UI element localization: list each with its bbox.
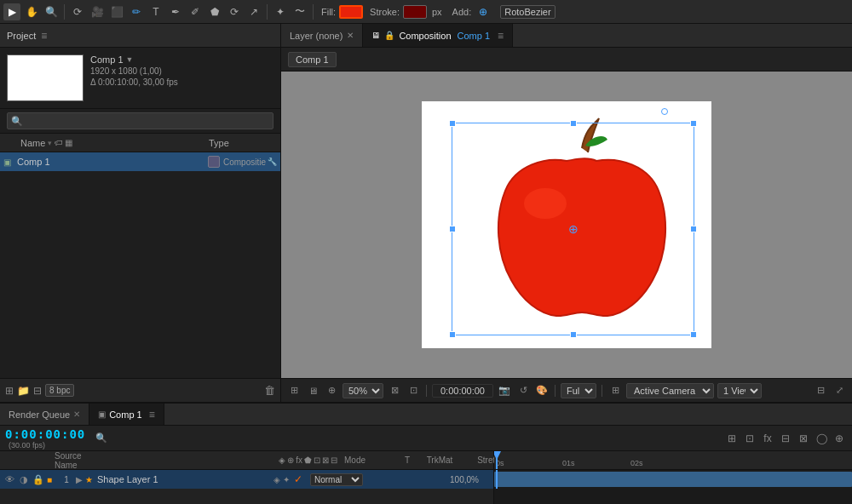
layer-name-input[interactable]	[97, 474, 271, 484]
viewer-btn-1[interactable]: ⊞	[286, 383, 302, 398]
hand-tool[interactable]: ✋	[23, 3, 40, 20]
timeline-menu-icon[interactable]: ≡	[149, 409, 155, 421]
label-icon[interactable]: 🏷	[55, 138, 63, 147]
tl-icon-7[interactable]: ⊕	[832, 431, 847, 446]
comp-tab-icon: 🖥	[371, 31, 380, 40]
composition-icon[interactable]: ⊟	[33, 385, 42, 397]
pin-tool[interactable]: ↗	[245, 3, 262, 20]
layer-expand-btn[interactable]: ▶	[76, 475, 83, 484]
layer-audio-btn[interactable]: ◑	[18, 474, 30, 485]
comp-name-row: Comp 1 ▼	[90, 54, 178, 65]
brush-tool[interactable]: ✒	[167, 3, 184, 20]
layer-tab-close[interactable]: ✕	[347, 31, 354, 40]
search-input[interactable]	[7, 112, 273, 129]
composition-tab[interactable]: 🖥 🔒 Composition Comp 1 ≡	[363, 24, 513, 47]
paint-icon[interactable]: ⊠	[322, 455, 329, 465]
viewer-icon-3[interactable]: 🎨	[534, 383, 550, 398]
timeline-tabs: Render Queue ✕ ▣ Comp 1 ≡	[0, 404, 852, 426]
comp-dropdown-arrow[interactable]: ▼	[126, 55, 134, 64]
effects-icon[interactable]: ⊡	[314, 455, 320, 465]
list-item[interactable]: ▣ Comp 1 Compositie 🔧	[0, 152, 280, 171]
puppet-tool[interactable]: ⟳	[226, 3, 243, 20]
active-camera-select[interactable]: Active Camera	[626, 383, 714, 398]
tl-icon-6[interactable]: ◯	[814, 431, 829, 446]
quality-select[interactable]: Full	[561, 383, 596, 398]
view-resize-icon[interactable]: ⊡	[406, 383, 421, 398]
rect-tool[interactable]: ⬛	[108, 3, 125, 20]
viewer-btn-3[interactable]: ⊕	[324, 383, 339, 398]
tl-icon-2[interactable]: ⊡	[742, 431, 757, 446]
zoom-select[interactable]: 50%	[343, 383, 383, 398]
viewer-end-icon[interactable]: ⊟	[813, 383, 828, 398]
fill-swatch[interactable]	[339, 5, 363, 19]
delete-icon[interactable]: 🗑	[264, 384, 275, 397]
bpc-badge[interactable]: 8 bpc	[45, 384, 74, 397]
viewer-btn-2[interactable]: 🖥	[305, 383, 320, 398]
star-icon[interactable]: ✦	[272, 3, 289, 20]
layer-mode-select[interactable]: Normal	[310, 473, 363, 486]
handle-mr[interactable]	[690, 226, 697, 232]
viewer-icon-2[interactable]: ↺	[515, 383, 531, 398]
tl-icon-3[interactable]: fx	[760, 431, 775, 446]
folder-icon[interactable]: 📁	[17, 385, 30, 397]
type-icon[interactable]: ▦	[65, 138, 72, 147]
layer-switch-1[interactable]: ◈	[273, 475, 280, 484]
handle-br[interactable]	[690, 331, 697, 338]
camera-tool[interactable]: 🎥	[89, 3, 106, 20]
layer-lock-btn[interactable]: 🔒	[32, 474, 44, 485]
add-icon[interactable]: ⊕	[475, 3, 492, 20]
viewer-expand-icon[interactable]: ⤢	[832, 383, 847, 398]
layer-switch-2[interactable]: ✦	[283, 475, 290, 484]
timeline-comp-tab[interactable]: ▣ Comp 1 ≡	[89, 404, 164, 425]
keys-icon[interactable]: ◈	[279, 455, 285, 465]
render-queue-close[interactable]: ✕	[73, 410, 80, 419]
rotate-tool[interactable]: ⟳	[69, 3, 86, 20]
tl-icon-5[interactable]: ⊠	[796, 431, 811, 446]
layer-tab[interactable]: Layer (none) ✕	[281, 24, 363, 47]
layer-star[interactable]: ★	[85, 475, 93, 484]
roto-bezier-label[interactable]: RotoBezier	[500, 5, 555, 19]
project-title: Project	[7, 31, 36, 41]
stamp-tool[interactable]: ✐	[187, 3, 204, 20]
handle-tr[interactable]	[690, 120, 697, 127]
pen-tool[interactable]: ✏	[128, 3, 145, 20]
layer-track-row	[494, 470, 852, 489]
name-sort-icon[interactable]: ▾	[48, 139, 52, 147]
expressions-icon[interactable]: fx	[296, 455, 302, 465]
playhead[interactable]	[496, 451, 498, 469]
zoom-fit-icon[interactable]: ⊠	[387, 383, 402, 398]
mask-icon[interactable]: ⬟	[304, 455, 312, 465]
import-icon[interactable]: ⊞	[5, 385, 14, 397]
stroke-swatch[interactable]	[403, 5, 427, 19]
timeline-search-btn[interactable]: 🔍	[94, 431, 109, 446]
viewer-grid-icon[interactable]: ⊞	[607, 383, 623, 398]
timeline-tab-icon: ▣	[98, 410, 106, 419]
layer-header-icons: ◈ ⊕ fx ⬟ ⊡ ⊠ ⊟	[279, 455, 337, 465]
shape-tool[interactable]: ⬟	[206, 3, 223, 20]
viewer-timecode[interactable]: 0:00:00:00	[432, 384, 493, 398]
px-label: px	[432, 7, 442, 17]
motion-icon[interactable]: ⊕	[287, 455, 294, 465]
text-tool[interactable]: T	[147, 3, 164, 20]
t-header: T	[400, 455, 414, 465]
collapse-icon[interactable]: ⊟	[331, 455, 337, 465]
zoom-tool[interactable]: 🔍	[43, 3, 60, 20]
tl-icon-4[interactable]: ⊟	[778, 431, 793, 446]
comp-sub-tab[interactable]: Comp 1	[288, 52, 337, 67]
comp-tab-menu[interactable]: ≡	[498, 30, 504, 42]
tl-icon-1[interactable]: ⊞	[724, 431, 740, 446]
layer-track-bar[interactable]	[494, 472, 852, 487]
separator-3	[313, 4, 314, 20]
layer-visibility-btn[interactable]: 👁	[3, 474, 15, 484]
render-queue-tab[interactable]: Render Queue ✕	[0, 404, 89, 425]
select-tool[interactable]: ▶	[3, 3, 20, 20]
timeline-timecode[interactable]: 0:00:00:00	[5, 427, 85, 441]
type-column-header: Type	[209, 138, 277, 148]
snapshot-icon[interactable]: 📷	[497, 383, 512, 398]
stroke-label: Stroke:	[370, 7, 400, 17]
project-menu-icon[interactable]: ≡	[41, 30, 47, 42]
view-select[interactable]: 1 View	[717, 383, 762, 398]
column-headers: Name ▾ 🏷 ▦ Type	[0, 134, 280, 152]
left-panel: Project ≡ Comp 1 ▼ 1920 x 1080 (1,00) Δ …	[0, 24, 281, 402]
wave-icon[interactable]: 〜	[291, 3, 308, 20]
